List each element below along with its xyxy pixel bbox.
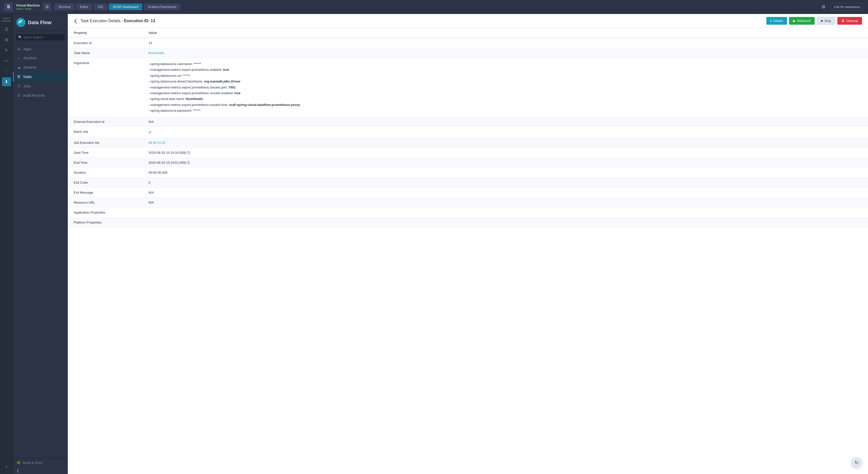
grid-icon-bar-item[interactable]: ⊞ <box>2 35 11 45</box>
code-icon-bar-item[interactable]: <> <box>2 56 11 65</box>
cleanup-button[interactable]: 🗑 Cleanup <box>837 17 862 25</box>
value-end-time: 2020-08-20 15:24:51,000[-7] <box>143 157 868 168</box>
ide-button[interactable]: IDE <box>94 3 107 10</box>
sidebar-collapse-button[interactable]: ❮ <box>13 467 67 474</box>
table-row: Job Execution Ids 49 50 51 52 <box>68 138 868 148</box>
sidebar-item-tasks-label: Tasks <box>23 75 32 79</box>
refresh-button[interactable]: ↻ <box>851 457 862 468</box>
sidebar-item-apps-label: Apps <box>24 47 31 51</box>
arg-7: --spring.cloud.task.name: thumbnails <box>149 96 862 102</box>
sidebar-item-tasks[interactable]: ☰ Tasks <box>13 72 67 82</box>
arg-4: --spring.datasource.driverClassName: org… <box>149 79 862 84</box>
terminal-button[interactable]: Terminal <box>54 3 74 10</box>
tasks-icon: ☰ <box>17 75 21 79</box>
search-input[interactable] <box>24 35 62 39</box>
col-value: Value <box>143 28 868 38</box>
menu-icon-bar-item[interactable]: ☰ <box>2 25 11 34</box>
property-start-time: Start Time <box>68 148 143 157</box>
value-external-execution-id: N/A <box>143 117 868 127</box>
table-row: Application Properties <box>68 207 868 217</box>
sidebar-item-audit-records[interactable]: ☰ Audit Records <box>13 91 67 100</box>
sidebar-item-streams[interactable]: ☁ Streams <box>13 63 67 72</box>
property-duration: Duration <box>68 168 143 177</box>
leaf-icon: 🌿 <box>17 461 21 465</box>
table-row: Start Time 2020-08-20 15:24:16,000[-7] <box>68 148 868 157</box>
topbar-logo: S <box>4 2 13 11</box>
grafana-dashboard-button[interactable]: Grafana Dashboard <box>144 3 180 10</box>
editor-button[interactable]: Editor <box>76 3 92 10</box>
arg-2: --management.metrics.export.prometheus.e… <box>149 67 862 72</box>
table-row: Task Name thumbnails <box>68 48 868 58</box>
sidebar-item-apps[interactable]: 🏷 Apps <box>13 45 67 54</box>
refresh-icon: ↻ <box>855 460 859 466</box>
value-arguments: --spring.datasource.username: ****** --m… <box>143 58 868 117</box>
table-row: Batch Job ✔ <box>68 127 868 138</box>
property-application-properties: Application Properties <box>68 207 143 217</box>
property-arguments: Arguments <box>68 58 143 117</box>
download-icon-bar-item[interactable]: ⬇ <box>2 77 11 86</box>
audit-icon: ☰ <box>17 93 21 98</box>
property-exit-message: Exit Message <box>68 187 143 197</box>
value-resource-url: N/A <box>143 197 868 207</box>
deploy-icon-bar-item[interactable]: ↑ <box>2 67 11 76</box>
help-icon-bar-item[interactable]: ? <box>2 463 11 472</box>
details-content: Property Value Execution Id 13 Task Name <box>68 28 868 474</box>
sidebar-logo: 🌊 <box>17 18 25 27</box>
details-button[interactable]: ℹ Details <box>766 17 787 25</box>
settings-button[interactable]: ⚙ <box>43 3 51 11</box>
sidebar-item-jobs-label: Jobs <box>24 84 31 88</box>
call-assistance-button[interactable]: Call for assistance <box>830 3 864 10</box>
property-external-execution-id: External Execution Id <box>68 117 143 127</box>
main-layout: Follow presenter ☰ ⊞ ✎ <> ↑ ⬇ ? 🌊 Data F… <box>0 14 868 474</box>
sidebar-title: Data Flow <box>28 20 51 25</box>
check-icon: ✔ <box>149 130 152 134</box>
external-link-button[interactable]: ⧉ <box>820 3 827 10</box>
value-execution-id: 13 <box>143 38 868 48</box>
property-task-name: Task Name <box>68 48 143 58</box>
value-duration: 00:00:35.000 <box>143 168 868 177</box>
back-button[interactable]: ❮ <box>74 18 78 24</box>
job-id-52-link[interactable]: 52 <box>162 141 165 145</box>
runtime-icon: >_ <box>17 56 21 60</box>
stop-button[interactable]: ■ Stop <box>817 17 835 25</box>
chevron-left-icon: ❮ <box>17 469 20 473</box>
topbar-vm-info: Virtual Machine status: ready <box>16 3 40 10</box>
sidebar-nav: 🏷 Apps >_ Runtime ☁ Streams ☰ Tasks ⏱ Jo… <box>13 43 67 458</box>
sidebar-about-docs[interactable]: 🌿 About & Docs <box>13 458 67 467</box>
job-id-50-link[interactable]: 50 <box>153 141 156 145</box>
sidebar-item-runtime-label: Runtime <box>24 56 37 60</box>
sidebar-item-runtime[interactable]: >_ Runtime <box>13 54 67 63</box>
property-resource-url: Resource URL <box>68 197 143 207</box>
sidebar-search[interactable]: 🔍 <box>16 34 65 41</box>
edit-icon-bar-item[interactable]: ✎ <box>2 46 11 55</box>
property-batch-job: Batch Job <box>68 127 143 138</box>
relaunch-button[interactable]: ▶ Relaunch <box>789 17 815 25</box>
value-batch-job: ✔ <box>143 127 868 138</box>
arg-8: --management.metrics.export.prometheus.r… <box>149 102 862 108</box>
page-title-highlight: Execution ID: 13 <box>124 19 155 23</box>
job-id-49-link[interactable]: 49 <box>149 141 152 145</box>
value-platform-properties <box>143 217 868 227</box>
stop-button-label: Stop <box>825 19 831 23</box>
task-name-link[interactable]: thumbnails <box>149 51 164 55</box>
sidebar-item-jobs[interactable]: ⏱ Jobs <box>13 82 67 91</box>
trash-icon: 🗑 <box>841 19 844 23</box>
property-platform-properties: Platform Properties <box>68 217 143 227</box>
arg-5: --management.metrics.export.prometheus.r… <box>149 85 862 90</box>
topbar: S Virtual Machine status: ready ⚙ Termin… <box>0 0 868 14</box>
arg-3: --spring.datasource.url: ****** <box>149 73 862 79</box>
property-end-time: End Time <box>68 157 143 168</box>
scdf-dashboard-button[interactable]: SCDF Dashboard <box>109 3 143 10</box>
table-row: Duration 00:00:35.000 <box>68 168 868 177</box>
search-icon: 🔍 <box>18 35 22 39</box>
streams-icon: ☁ <box>17 65 21 69</box>
value-exit-message: N/A <box>143 187 868 197</box>
info-icon: ℹ <box>770 19 772 23</box>
value-task-name: thumbnails <box>143 48 868 58</box>
page-title: Task Execution Details - Execution ID: 1… <box>81 19 155 23</box>
job-id-51-link[interactable]: 51 <box>157 141 161 145</box>
arg-6: --management.metrics.export.prometheus.r… <box>149 90 862 96</box>
table-row: End Time 2020-08-20 15:24:51,000[-7] <box>68 157 868 168</box>
content-header: ❮ Task Execution Details - Execution ID:… <box>68 14 868 28</box>
table-row: Execution Id 13 <box>68 38 868 48</box>
